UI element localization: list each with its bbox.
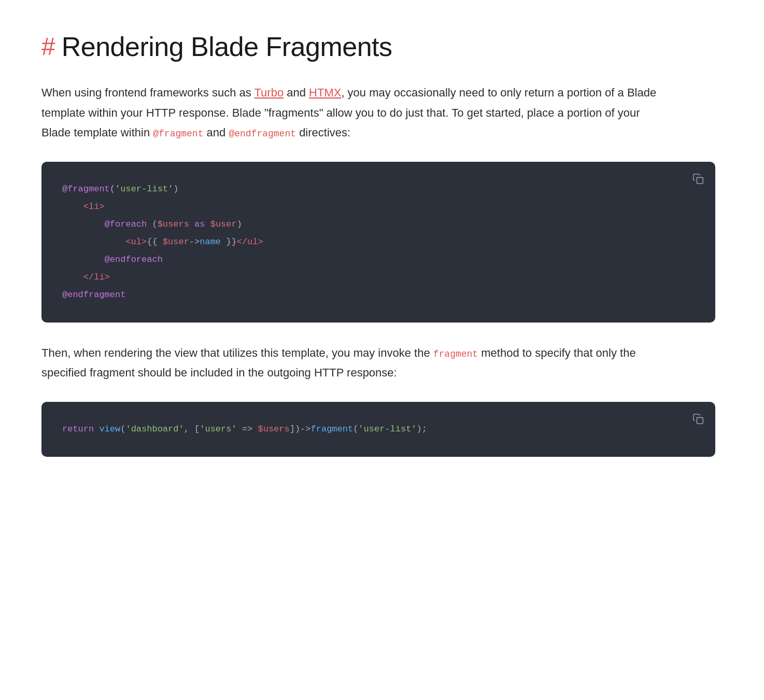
intro-text-before-turbo: When using frontend frameworks such as (41, 86, 254, 99)
hash-icon: # (41, 34, 55, 59)
turbo-link[interactable]: Turbo (254, 86, 284, 99)
middle-paragraph: Then, when rendering the view that utili… (41, 343, 663, 383)
intro-text-and: and (203, 126, 229, 139)
code-content-1: @fragment('user-list') <li> @foreach ($u… (62, 180, 695, 304)
copy-button-1[interactable] (690, 171, 706, 188)
fragment-method-code: fragment (433, 349, 478, 359)
svg-rect-1 (697, 417, 703, 424)
intro-text-end: directives: (296, 126, 350, 139)
page-title-section: # Rendering Blade Fragments (41, 31, 723, 62)
page-title: Rendering Blade Fragments (62, 31, 392, 62)
intro-text-between: and (284, 86, 309, 99)
copy-button-2[interactable] (690, 411, 706, 428)
code-block-1: @fragment('user-list') <li> @foreach ($u… (41, 162, 715, 323)
svg-rect-0 (697, 177, 703, 184)
fragment-inline-code: @fragment (153, 129, 203, 139)
middle-text-1: Then, when rendering the view that utili… (41, 346, 433, 359)
code-block-2: return view('dashboard', ['users' => $us… (41, 402, 715, 457)
endfragment-inline-code: @endfragment (229, 129, 296, 139)
intro-paragraph: When using frontend frameworks such as T… (41, 83, 663, 143)
htmx-link[interactable]: HTMX (309, 86, 341, 99)
code-content-2: return view('dashboard', ['users' => $us… (62, 421, 695, 438)
